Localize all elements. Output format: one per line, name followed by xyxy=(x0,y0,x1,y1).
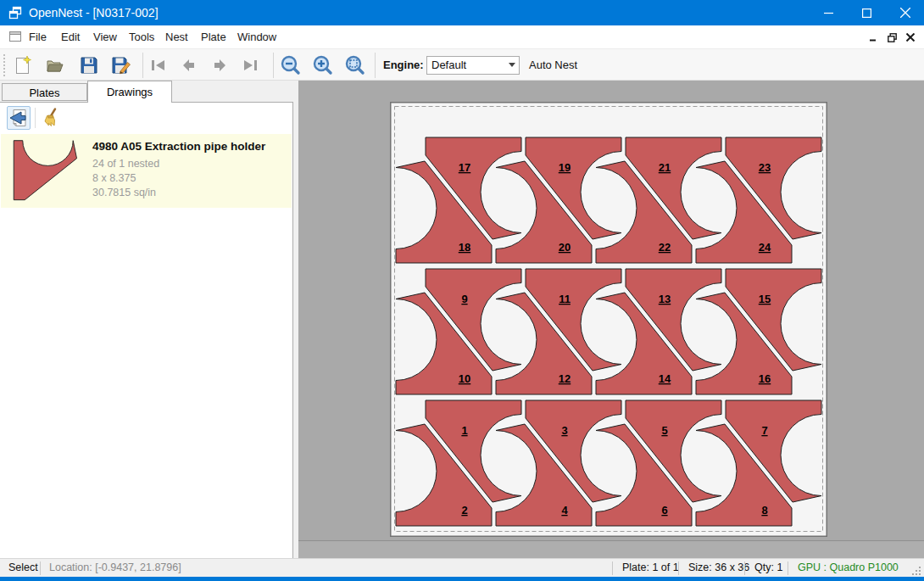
go-previous-button[interactable] xyxy=(176,53,202,78)
part-number: 19 xyxy=(559,161,571,174)
drawings-toolbar xyxy=(0,103,292,131)
part-number: 14 xyxy=(659,372,671,385)
zoom-in-icon xyxy=(312,54,334,76)
save-as-icon xyxy=(111,55,131,75)
mdi-close-button[interactable] xyxy=(904,31,917,43)
mdi-close-icon xyxy=(906,33,915,42)
import-drawing-icon xyxy=(8,108,29,128)
window-close-button[interactable] xyxy=(886,0,924,25)
status-plate: Plate: 1 of 1 xyxy=(622,559,679,577)
engine-select[interactable]: Default xyxy=(426,56,520,75)
save-icon xyxy=(79,55,99,75)
maximize-icon xyxy=(862,8,871,18)
part-number: 18 xyxy=(459,241,470,254)
drawing-area: 30.7815 sq/in xyxy=(92,187,156,198)
chevron-down-icon xyxy=(509,63,515,67)
part-number: 3 xyxy=(561,424,567,437)
drawing-dimensions: 8 x 8.375 xyxy=(92,172,136,184)
mdi-minimize-button[interactable] xyxy=(866,31,880,43)
engine-value: Default xyxy=(431,59,466,71)
go-next-icon xyxy=(209,55,230,75)
window-minimize-button[interactable] xyxy=(810,0,848,25)
workspace: Plates Drawings xyxy=(0,81,924,558)
zoom-out-icon xyxy=(280,54,302,76)
minimize-icon xyxy=(824,8,833,18)
status-gpu: GPU : Quadro P1000 xyxy=(798,559,899,577)
go-previous-icon xyxy=(179,55,199,75)
tab-drawings[interactable]: Drawings xyxy=(87,81,172,103)
menu-plate[interactable]: Plate xyxy=(201,25,226,48)
go-next-button[interactable] xyxy=(207,53,232,78)
go-first-icon xyxy=(148,55,169,75)
save-as-button[interactable] xyxy=(109,53,134,78)
toolbar-separator xyxy=(375,53,376,78)
part-number: 16 xyxy=(759,372,771,385)
menu-window[interactable]: Window xyxy=(237,25,276,48)
plate[interactable]: 17 18 19 20 21 22 23 24 9 10 xyxy=(390,102,827,537)
menu-edit[interactable]: Edit xyxy=(61,25,80,48)
part-number: 20 xyxy=(559,241,571,254)
mdi-restore-icon xyxy=(888,33,897,42)
resize-grip-icon[interactable] xyxy=(911,566,921,576)
part-number: 7 xyxy=(761,424,767,437)
drawing-list-item[interactable]: 4980 A05 Extraction pipe holder 24 of 1 … xyxy=(1,134,292,208)
status-separator xyxy=(678,561,679,575)
open-file-button[interactable] xyxy=(42,53,68,78)
status-separator xyxy=(788,561,788,575)
part-number: 24 xyxy=(759,241,771,254)
status-separator xyxy=(40,561,41,575)
menu-bar: File Edit View Tools Nest Plate Window xyxy=(0,25,924,48)
menu-tools[interactable]: Tools xyxy=(129,25,154,48)
clean-button[interactable] xyxy=(39,106,63,130)
part-thumbnail xyxy=(13,139,79,202)
mdi-restore-button[interactable] xyxy=(885,31,899,43)
tab-plates[interactable]: Plates xyxy=(2,83,87,101)
status-separator xyxy=(612,561,613,575)
go-last-icon xyxy=(240,55,260,75)
title-bar: OpenNest - [N0317-002] xyxy=(0,0,924,25)
status-location: Location: [-0.9437, 21.8796] xyxy=(49,559,181,577)
zoom-out-button[interactable] xyxy=(278,53,303,78)
part-number: 1 xyxy=(461,424,467,437)
status-qty: Qty: 1 xyxy=(754,559,782,577)
part-number: 17 xyxy=(459,161,470,174)
part-number: 12 xyxy=(559,372,571,385)
mdi-child-icon xyxy=(8,30,22,43)
status-size: Size: 36 x 36 xyxy=(688,559,749,577)
drawings-panel: 4980 A05 Extraction pipe holder 24 of 1 … xyxy=(0,102,293,558)
part-number: 22 xyxy=(659,241,671,254)
part-number: 5 xyxy=(661,424,667,437)
new-document-icon xyxy=(13,55,33,75)
close-icon xyxy=(900,8,910,18)
zoom-in-button[interactable] xyxy=(310,53,336,78)
status-separator xyxy=(744,561,745,575)
app-icon xyxy=(8,6,22,20)
menu-nest[interactable]: Nest xyxy=(165,25,188,48)
part-number: 13 xyxy=(659,293,671,305)
auto-nest-button[interactable]: Auto Nest xyxy=(529,49,577,81)
part-number: 21 xyxy=(659,161,671,174)
zoom-fit-button[interactable] xyxy=(342,53,368,78)
part-number: 6 xyxy=(661,504,667,517)
part-number: 23 xyxy=(759,161,771,174)
new-document-button[interactable] xyxy=(10,53,36,78)
save-button[interactable] xyxy=(76,53,102,78)
engine-label: Engine: xyxy=(383,49,424,81)
window-maximize-button[interactable] xyxy=(848,0,886,25)
import-drawing-button[interactable] xyxy=(7,106,31,130)
horizontal-scrollbar[interactable] xyxy=(298,540,924,558)
toolbar-grip[interactable] xyxy=(3,54,5,76)
menu-view[interactable]: View xyxy=(93,25,117,48)
part-number: 9 xyxy=(461,293,467,305)
status-bar: Select Location: [-0.9437, 21.8796] Plat… xyxy=(0,558,924,577)
part-number: 11 xyxy=(559,293,571,305)
mdi-minimize-icon xyxy=(870,34,877,42)
zoom-fit-icon xyxy=(344,54,366,76)
menu-file[interactable]: File xyxy=(29,25,47,48)
nesting-canvas[interactable]: 17 18 19 20 21 22 23 24 9 10 xyxy=(298,81,924,558)
go-last-button[interactable] xyxy=(237,53,263,78)
part-number: 4 xyxy=(561,504,568,517)
toolbar-separator xyxy=(35,108,36,128)
go-first-button[interactable] xyxy=(146,53,171,78)
broom-icon xyxy=(41,108,61,128)
